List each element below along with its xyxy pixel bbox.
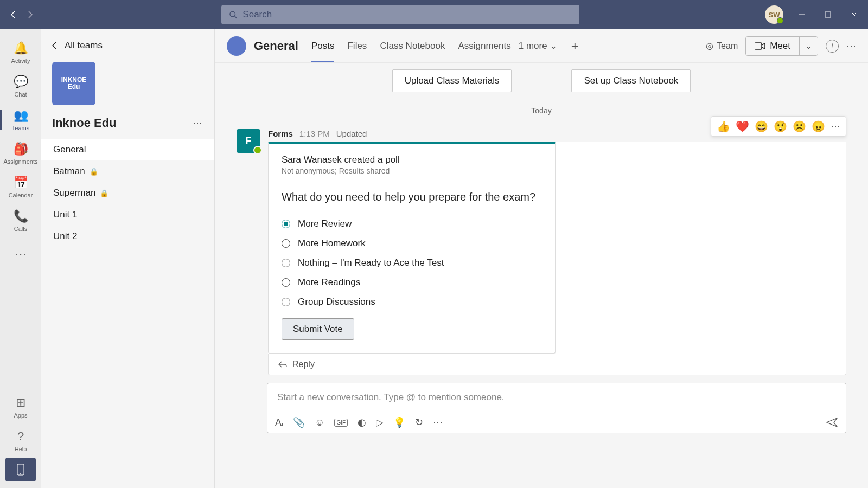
loop-icon[interactable]: ↻ bbox=[415, 416, 423, 428]
emoji-icon[interactable]: ☺ bbox=[315, 417, 324, 428]
search-bar[interactable] bbox=[221, 5, 579, 24]
minimize-icon[interactable] bbox=[794, 7, 809, 22]
tab-files[interactable]: Files bbox=[347, 29, 367, 62]
attach-icon[interactable]: 📎 bbox=[293, 416, 305, 428]
rail-more[interactable]: ⋯ bbox=[0, 237, 41, 271]
reply-button[interactable]: Reply bbox=[268, 354, 846, 375]
all-teams-back[interactable]: All teams bbox=[41, 38, 214, 59]
channel-general[interactable]: General bbox=[41, 139, 214, 160]
team-link[interactable]: ◎Team bbox=[706, 41, 738, 51]
rail-label: Calendar bbox=[9, 192, 33, 198]
svg-rect-3 bbox=[825, 12, 831, 17]
app-rail: 🔔Activity 💬Chat 👥Teams 🎒Assignments 📅Cal… bbox=[0, 29, 41, 488]
post: 👍❤️😄😲☹️😠 ⋯ F Forms 1:13 PM Updated Sara bbox=[237, 119, 846, 375]
rail-activity[interactable]: 🔔Activity bbox=[0, 36, 41, 69]
date-divider: Today bbox=[237, 106, 846, 115]
svg-rect-8 bbox=[755, 43, 762, 49]
meet-button[interactable]: Meet bbox=[746, 37, 799, 55]
user-avatar[interactable]: SW bbox=[765, 5, 783, 24]
reaction-emoji[interactable]: 😠 bbox=[812, 120, 825, 133]
more-tools-icon[interactable]: ⋯ bbox=[433, 416, 443, 428]
rail-teams[interactable]: 👥Teams bbox=[0, 103, 41, 137]
compose-input[interactable]: Start a new conversation. Type @ to ment… bbox=[267, 383, 846, 412]
more-icon: ⋯ bbox=[15, 247, 27, 261]
channel-options-icon[interactable]: ⋯ bbox=[846, 40, 856, 52]
format-icon[interactable]: Aᵢ bbox=[275, 416, 283, 428]
close-icon[interactable] bbox=[846, 7, 861, 22]
rail-help[interactable]: ?Help bbox=[0, 424, 41, 458]
rail-assignments[interactable]: 🎒Assignments bbox=[0, 137, 41, 170]
rail-label: Chat bbox=[14, 91, 27, 98]
post-time: 1:13 PM bbox=[299, 129, 330, 138]
submit-vote-button[interactable]: Submit Vote bbox=[282, 318, 354, 340]
poll-option[interactable]: Nothing – I'm Ready to Ace the Test bbox=[282, 253, 542, 273]
reaction-bar: 👍❤️😄😲☹️😠 ⋯ bbox=[711, 116, 846, 137]
back-label: All teams bbox=[65, 40, 103, 51]
reaction-emoji[interactable]: 👍 bbox=[717, 120, 730, 133]
sticker-icon[interactable]: ◐ bbox=[358, 416, 366, 428]
reaction-emoji[interactable]: 😄 bbox=[755, 120, 768, 133]
tab-class-notebook[interactable]: Class Notebook bbox=[380, 29, 445, 62]
search-input[interactable] bbox=[242, 9, 572, 20]
channel-avatar bbox=[227, 36, 246, 56]
reaction-emoji[interactable]: 😲 bbox=[774, 120, 787, 133]
chevron-left-icon bbox=[52, 42, 57, 49]
calendar-icon: 📅 bbox=[14, 176, 28, 190]
team-options-icon[interactable]: ⋯ bbox=[193, 117, 202, 129]
org-icon: ◎ bbox=[706, 41, 713, 51]
tab-assignments[interactable]: Assignments bbox=[458, 29, 510, 62]
chat-icon: 💬 bbox=[14, 75, 28, 89]
rail-chat[interactable]: 💬Chat bbox=[0, 69, 41, 103]
setup-notebook-button[interactable]: Set up Class Notebook bbox=[571, 69, 691, 92]
rail-calendar[interactable]: 📅Calendar bbox=[0, 170, 41, 204]
post-app-name: Forms bbox=[268, 129, 293, 138]
composer: Start a new conversation. Type @ to ment… bbox=[267, 383, 846, 433]
poll-option[interactable]: Group Discussions bbox=[282, 292, 542, 312]
channel-unit-1[interactable]: Unit 1 bbox=[41, 204, 214, 226]
team-name: Inknoe Edu bbox=[52, 116, 117, 130]
rail-label: Teams bbox=[12, 125, 29, 131]
stream-icon[interactable]: 💡 bbox=[393, 416, 405, 428]
radio-icon bbox=[282, 220, 290, 228]
rail-label: Calls bbox=[14, 226, 27, 232]
team-logo[interactable]: INKNOE Edu bbox=[52, 62, 95, 105]
reply-icon bbox=[278, 361, 287, 368]
meet-dropdown[interactable]: ⌄ bbox=[799, 37, 818, 55]
help-icon: ? bbox=[17, 429, 24, 444]
channel-batman[interactable]: Batman🔒 bbox=[41, 160, 214, 182]
poll-card: Sara Wanasek created a poll Not anonymou… bbox=[268, 142, 556, 354]
rail-label: Help bbox=[15, 446, 27, 452]
reaction-emoji[interactable]: ❤️ bbox=[736, 120, 749, 133]
tabs-more[interactable]: 1 more ⌄ bbox=[519, 40, 557, 52]
rail-calls[interactable]: 📞Calls bbox=[0, 204, 41, 237]
maximize-icon[interactable] bbox=[820, 7, 835, 22]
teams-icon: 👥 bbox=[14, 108, 28, 123]
add-tab-button[interactable]: + bbox=[571, 38, 579, 54]
reaction-more-icon[interactable]: ⋯ bbox=[831, 120, 840, 132]
nav-forward-icon[interactable] bbox=[24, 8, 37, 21]
send-icon[interactable] bbox=[826, 417, 838, 428]
gif-icon[interactable]: GIF bbox=[334, 419, 348, 427]
channel-title: General bbox=[254, 39, 298, 53]
video-icon bbox=[755, 42, 765, 50]
mobile-icon bbox=[17, 464, 24, 476]
radio-icon bbox=[282, 298, 290, 306]
search-icon bbox=[229, 10, 237, 19]
nav-back-icon[interactable] bbox=[7, 8, 20, 21]
radio-icon bbox=[282, 278, 290, 287]
poll-option[interactable]: More Review bbox=[282, 214, 542, 234]
channel-superman[interactable]: Superman🔒 bbox=[41, 182, 214, 204]
channel-unit-2[interactable]: Unit 2 bbox=[41, 226, 214, 247]
upload-materials-button[interactable]: Upload Class Materials bbox=[392, 69, 512, 92]
info-icon[interactable]: i bbox=[826, 40, 839, 53]
radio-icon bbox=[282, 239, 290, 248]
poll-option[interactable]: More Homework bbox=[282, 234, 542, 253]
poll-option[interactable]: More Readings bbox=[282, 273, 542, 292]
reaction-emoji[interactable]: ☹️ bbox=[793, 120, 806, 133]
svg-point-0 bbox=[230, 11, 235, 17]
rail-label: Apps bbox=[14, 412, 27, 419]
rail-mobile[interactable] bbox=[5, 458, 36, 481]
rail-apps[interactable]: ⊞Apps bbox=[0, 390, 41, 424]
meetnow-icon[interactable]: ▷ bbox=[376, 416, 384, 428]
tab-posts[interactable]: Posts bbox=[311, 29, 335, 62]
